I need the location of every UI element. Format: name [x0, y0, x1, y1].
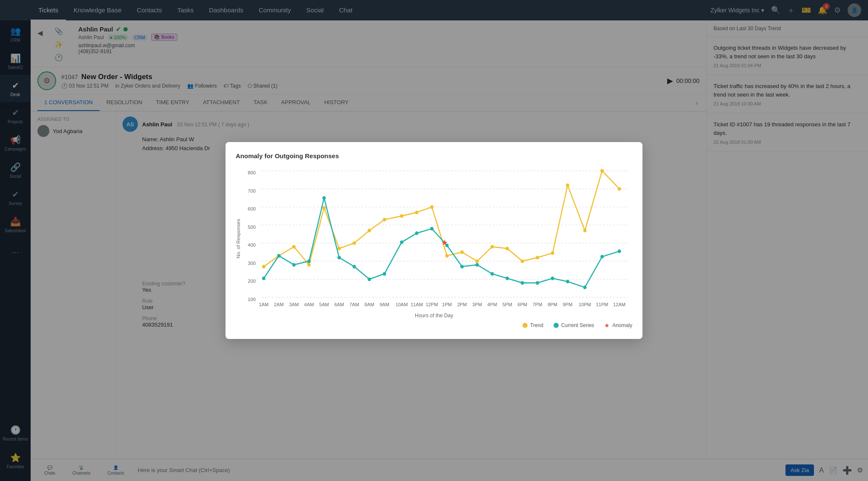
current-dot — [337, 256, 341, 259]
current-dot — [475, 263, 479, 267]
current-dot — [536, 281, 539, 285]
svg-text:10PM: 10PM — [579, 302, 591, 307]
anomaly-legend-star: ★ — [604, 322, 610, 329]
trend-dot — [337, 247, 341, 250]
trend-dot — [415, 211, 418, 214]
svg-text:9PM: 9PM — [563, 302, 573, 307]
trend-dot — [475, 259, 479, 263]
current-dot — [583, 286, 587, 290]
anomaly-marker: ★ — [441, 238, 448, 247]
svg-text:7AM: 7AM — [349, 302, 359, 307]
svg-text:10AM: 10AM — [395, 302, 408, 307]
current-dot — [430, 227, 434, 231]
svg-text:7PM: 7PM — [533, 302, 542, 307]
svg-text:No. of Responses: No. of Responses — [236, 219, 241, 258]
svg-text:9AM: 9AM — [380, 302, 389, 307]
current-dot — [505, 276, 509, 280]
trend-dot — [583, 229, 587, 233]
legend-current: Current Series — [554, 322, 594, 329]
modal-title: Anomaly for Outgoing Responses — [236, 152, 632, 159]
current-dot — [600, 255, 604, 259]
svg-text:3PM: 3PM — [472, 302, 482, 307]
svg-text:11PM: 11PM — [596, 302, 608, 307]
trend-dot — [292, 245, 296, 249]
svg-text:6AM: 6AM — [334, 302, 344, 307]
svg-text:8AM: 8AM — [365, 302, 374, 307]
trend-dot — [353, 241, 356, 245]
svg-text:11AM: 11AM — [411, 302, 423, 307]
trend-dot — [566, 183, 569, 187]
trend-dot — [400, 214, 403, 218]
legend-anomaly: ★ Anomaly — [604, 322, 632, 329]
current-legend-dot — [554, 323, 559, 328]
svg-text:300: 300 — [248, 260, 256, 265]
svg-text:4PM: 4PM — [487, 302, 497, 307]
trend-dot — [383, 218, 386, 222]
svg-text:600: 600 — [248, 206, 256, 211]
current-dot — [521, 281, 524, 285]
current-dot — [400, 240, 403, 244]
trend-dot — [491, 245, 494, 249]
svg-text:500: 500 — [248, 224, 256, 229]
svg-text:2AM: 2AM — [274, 302, 284, 307]
current-dot — [323, 196, 326, 200]
current-dot — [566, 280, 569, 284]
svg-text:4AM: 4AM — [304, 302, 314, 307]
current-dot — [368, 277, 371, 281]
trend-dot — [618, 187, 621, 191]
current-dot — [460, 265, 464, 269]
trend-dot — [262, 265, 266, 269]
current-dot — [383, 272, 386, 276]
current-dot — [491, 272, 494, 276]
svg-text:700: 700 — [248, 188, 256, 193]
svg-text:5AM: 5AM — [319, 302, 329, 307]
x-axis-label: Hours of the Day — [236, 313, 632, 319]
current-dot — [415, 231, 418, 235]
modal-overlay[interactable]: Anomaly for Outgoing Responses .grid-lin… — [0, 0, 868, 481]
svg-text:1AM: 1AM — [259, 302, 268, 307]
chart-container: .grid-line { stroke: #ddd; stroke-width:… — [236, 166, 632, 311]
current-dot — [277, 254, 280, 258]
svg-text:800: 800 — [248, 170, 256, 175]
trend-legend-dot — [523, 323, 528, 328]
current-dot — [292, 263, 296, 267]
svg-text:1PM: 1PM — [442, 302, 452, 307]
anomaly-modal: Anomaly for Outgoing Responses .grid-lin… — [226, 142, 642, 339]
trend-dot — [600, 169, 604, 173]
chart-legend: Trend Current Series ★ Anomaly — [236, 322, 632, 329]
trend-dot — [323, 206, 326, 210]
current-dot — [307, 259, 311, 263]
trend-dot — [521, 259, 524, 263]
current-dot — [353, 265, 356, 269]
trend-dot — [536, 256, 539, 259]
current-dot — [262, 276, 266, 280]
current-dot — [551, 276, 554, 280]
trend-dot — [368, 229, 371, 233]
svg-text:8PM: 8PM — [548, 302, 557, 307]
trend-dot — [551, 251, 554, 255]
svg-text:200: 200 — [248, 279, 256, 284]
trend-dot — [445, 254, 448, 258]
svg-text:6PM: 6PM — [517, 302, 527, 307]
svg-text:100: 100 — [248, 296, 256, 302]
anomaly-chart: .grid-line { stroke: #ddd; stroke-width:… — [236, 166, 632, 311]
trend-dot — [307, 263, 311, 267]
svg-text:2PM: 2PM — [457, 302, 467, 307]
svg-text:5PM: 5PM — [503, 302, 512, 307]
trend-dot — [505, 247, 509, 250]
svg-text:3AM: 3AM — [289, 302, 299, 307]
svg-text:400: 400 — [248, 242, 256, 248]
svg-text:12PM: 12PM — [425, 302, 438, 307]
current-dot — [618, 250, 621, 253]
legend-trend: Trend — [523, 322, 543, 329]
trend-dot — [460, 250, 464, 254]
svg-text:12AM: 12AM — [613, 302, 625, 307]
trend-dot — [430, 205, 434, 209]
